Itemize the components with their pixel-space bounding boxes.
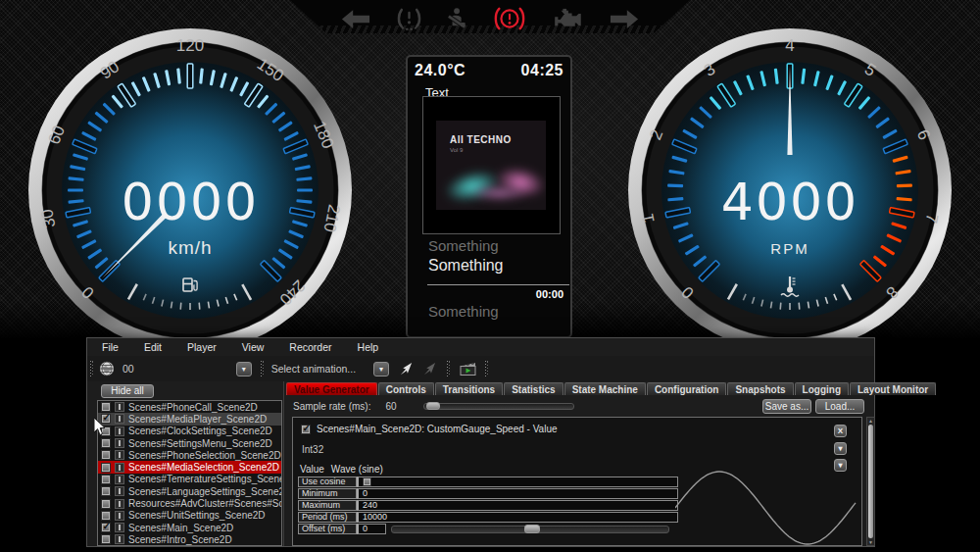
- tab-state-machine[interactable]: State Machine: [564, 382, 646, 395]
- generator-field-label: Maximum: [298, 500, 357, 511]
- sample-rate-slider[interactable]: [423, 403, 574, 410]
- rpm-unit: RPM: [626, 240, 954, 257]
- scene-visible-checkbox[interactable]: [101, 438, 111, 448]
- tab-controls[interactable]: Controls: [378, 382, 434, 395]
- menu-item-player[interactable]: Player: [174, 339, 229, 355]
- scene-row[interactable]: Scenes#Intro_Scene2D: [98, 533, 281, 545]
- scene-thumbnail-icon[interactable]: [115, 475, 124, 484]
- scene-thumbnail-icon[interactable]: [115, 511, 124, 521]
- generator-field-input[interactable]: 10000: [357, 512, 678, 523]
- generator-field-row: Period (ms)10000: [298, 512, 678, 523]
- tab-configuration[interactable]: Configuration: [647, 382, 727, 395]
- scene-row[interactable]: Scenes#SettingsMenu_Scene2D: [98, 437, 281, 449]
- scene-row[interactable]: Scenes#MediaSelection_Scene2D: [98, 461, 281, 473]
- generator-field-input[interactable]: [357, 477, 678, 487]
- scene-row[interactable]: Scenes#TemeratureSettings_Scene2D: [98, 474, 281, 485]
- scene-row[interactable]: Scenes#PhoneSelection_Scene2D: [98, 449, 281, 461]
- menu-item-view[interactable]: View: [229, 339, 277, 355]
- menu-item-edit[interactable]: Edit: [131, 339, 174, 355]
- scene-thumbnail-icon[interactable]: [115, 463, 124, 473]
- scene-thumbnail-icon[interactable]: [115, 427, 124, 436]
- scene-label: Scenes#MediaSelection_Scene2D: [128, 462, 279, 473]
- scene-thumbnail-icon[interactable]: [115, 534, 124, 544]
- sample-rate-slider-thumb[interactable]: [426, 402, 440, 410]
- generator-field-label: Period (ms): [298, 512, 357, 523]
- toolbar-grip[interactable]: [447, 361, 451, 376]
- tab-transitions[interactable]: Transitions: [435, 382, 503, 395]
- generator-move-down-button[interactable]: ▾: [834, 459, 847, 472]
- menu-item-file[interactable]: File: [89, 339, 131, 355]
- generator-value-row: Value Wave (sine): [300, 464, 383, 475]
- generator-field-input[interactable]: 0: [357, 524, 386, 534]
- scene-visible-checkbox[interactable]: [101, 402, 111, 412]
- scene-visible-checkbox[interactable]: [101, 450, 111, 460]
- scene-row[interactable]: Resources#AdvCluster#Scenes#Scene2D_Musi…: [98, 497, 281, 509]
- toolbar-dropdown-button[interactable]: ▾: [236, 362, 252, 376]
- generator-close-button[interactable]: X: [834, 425, 847, 437]
- offset-slider[interactable]: [391, 526, 669, 533]
- run-animation-icon[interactable]: [399, 362, 414, 376]
- scene-row[interactable]: Scenes#PhoneCall_Scene2D: [98, 401, 281, 413]
- tab-snapshots[interactable]: Snapshots: [727, 382, 793, 395]
- scene-row[interactable]: Scenes#Main_Scene2D: [98, 522, 281, 533]
- tab-logging[interactable]: Logging: [795, 382, 849, 395]
- generator-collapse-button[interactable]: ▾: [834, 442, 847, 455]
- load-button[interactable]: Load...: [815, 399, 864, 414]
- scene-row[interactable]: Scenes#UnitSettings_Scene2D: [98, 510, 281, 522]
- scene-visible-checkbox[interactable]: [101, 534, 111, 544]
- scene-visible-checkbox[interactable]: [101, 523, 111, 532]
- temperature-readout: 24.0°C: [415, 62, 466, 79]
- scene-thumbnail-icon[interactable]: [115, 450, 124, 460]
- scene-label: Scenes#ClockSettings_Scene2D: [128, 426, 272, 436]
- offset-slider-thumb[interactable]: [524, 525, 540, 533]
- scene-visible-checkbox[interactable]: [101, 511, 111, 521]
- scene-visible-checkbox[interactable]: [101, 486, 111, 496]
- tab-statistics[interactable]: Statistics: [504, 382, 563, 395]
- speed-unit: km/h: [26, 237, 354, 259]
- track-item-next[interactable]: Something: [428, 303, 499, 320]
- generator-enabled-checkbox[interactable]: [301, 425, 311, 434]
- generator-scrollbar[interactable]: ▲ ▼: [866, 417, 875, 546]
- scene-row[interactable]: Scenes#MediaPlayer_Scene2D: [98, 413, 281, 425]
- animation-dropdown-button[interactable]: ▾: [373, 362, 389, 376]
- generator-field-input[interactable]: 240: [357, 500, 678, 511]
- scene-thumbnail-icon[interactable]: [115, 438, 124, 448]
- scene-thumbnail-icon[interactable]: [115, 414, 124, 424]
- scene-thumbnail-icon[interactable]: [115, 402, 124, 412]
- generator-field-input[interactable]: 0: [357, 488, 678, 499]
- scene-visible-checkbox[interactable]: [101, 463, 111, 473]
- generator-wave-type[interactable]: Wave (sine): [331, 464, 383, 475]
- menu-item-recorder[interactable]: Recorder: [276, 339, 344, 355]
- menu-bar: FileEditPlayerViewRecorderHelp: [89, 338, 391, 356]
- scene-row[interactable]: Scenes#LanguageSettings_Scene2D: [98, 485, 281, 497]
- scrollbar-thumb[interactable]: [868, 425, 873, 538]
- album-art-frame: All TECHNO Vol 9: [422, 96, 561, 234]
- tab-value-generator[interactable]: Value Generator: [286, 382, 377, 395]
- scene-thumbnail-icon[interactable]: [115, 486, 124, 496]
- scene-thumbnail-icon[interactable]: [115, 523, 124, 532]
- menu-item-help[interactable]: Help: [345, 339, 392, 355]
- scene-label: Scenes#SettingsMenu_Scene2D: [128, 438, 272, 449]
- track-item[interactable]: Something: [428, 237, 499, 254]
- tool-main: Hide all Scenes#PhoneCall_Scene2DScenes#…: [87, 381, 874, 546]
- scene-visible-checkbox[interactable]: [101, 499, 111, 509]
- hide-all-button[interactable]: Hide all: [101, 384, 154, 398]
- track-item-current[interactable]: Something: [428, 257, 504, 275]
- stop-animation-icon[interactable]: [422, 362, 437, 376]
- toolbar-grip[interactable]: [90, 361, 94, 376]
- generator-field-row: Maximum240: [298, 500, 678, 511]
- scene-thumbnail-icon[interactable]: [115, 499, 124, 509]
- scene-row[interactable]: Scenes#ClockSettings_Scene2D: [98, 426, 281, 437]
- scrollbar-up-arrow[interactable]: ▲: [867, 418, 874, 424]
- use-cosine-checkbox[interactable]: [363, 477, 371, 486]
- toolbar-grip[interactable]: [485, 361, 489, 376]
- toolbar-grip[interactable]: [261, 361, 265, 376]
- save-as-button[interactable]: Save as...: [762, 399, 811, 414]
- scrollbar-down-arrow[interactable]: ▼: [867, 539, 874, 545]
- mouse-cursor: [93, 417, 107, 436]
- recorder-clapperboard-icon[interactable]: [460, 361, 477, 376]
- tab-layout-monitor[interactable]: Layout Monitor: [850, 382, 936, 395]
- album-subtitle: Vol 9: [450, 147, 463, 153]
- scene-visible-checkbox[interactable]: [101, 475, 111, 484]
- animation-combobox[interactable]: Select animation...: [271, 363, 356, 375]
